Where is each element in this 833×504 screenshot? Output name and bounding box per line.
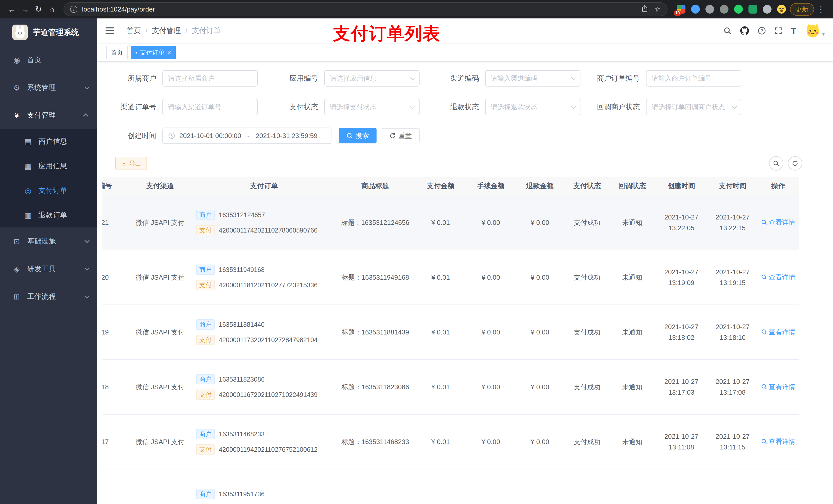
merchant-order-no: 1635311468233	[219, 431, 265, 438]
merchant-tag: 商户	[196, 319, 215, 330]
sidebar-item-app-info[interactable]: ▦ 应用信息	[0, 154, 97, 178]
col-id: 编号	[102, 177, 128, 195]
sidebar-item-refund-order[interactable]: ▥ 退款订单	[0, 203, 97, 227]
refund-cell	[515, 469, 565, 504]
chevron-down-icon	[85, 84, 90, 89]
pay-tag: 支付	[196, 225, 215, 235]
font-size-icon[interactable]: T	[791, 26, 796, 36]
sidebar-item-payment[interactable]: ¥ 支付管理	[0, 101, 97, 129]
user-menu[interactable]: ▾	[805, 23, 825, 39]
merchant-input[interactable]	[162, 70, 258, 87]
tool-icon: ◈	[12, 265, 21, 273]
url-text[interactable]: localhost:1024/pay/order	[82, 5, 155, 13]
extension-icon[interactable]	[691, 5, 700, 14]
sidebar-item-merchant-info[interactable]: ▤ 商户信息	[0, 129, 97, 154]
merchant-tag: 商户	[196, 210, 215, 220]
address-bar[interactable]: i localhost:1024/pay/order ☆	[64, 2, 668, 16]
chevron-down-icon	[571, 104, 576, 109]
view-detail-link[interactable]: 查看详情	[761, 437, 795, 446]
view-detail-link[interactable]: 查看详情	[761, 382, 795, 391]
action-cell: 查看详情	[757, 305, 799, 360]
pay-order-no: 4200001194202110276752100612	[219, 446, 318, 453]
export-button[interactable]: 导出	[115, 157, 147, 170]
pay-time-cell: 2021-10-2713:17:08	[708, 360, 757, 414]
browser-menu-icon[interactable]: ⋮	[814, 5, 828, 14]
breadcrumb-current: 支付订单	[192, 26, 221, 35]
help-icon[interactable]: ?	[758, 27, 766, 35]
extension-icon[interactable]: 10	[677, 5, 686, 14]
pay-time-cell: 2021-10-2713:18:10	[708, 305, 757, 360]
sidebar-item-workflow[interactable]: ⊞ 工作流程	[0, 283, 97, 310]
pay-tag: 支付	[196, 444, 215, 455]
bookmark-star-icon[interactable]: ☆	[654, 5, 661, 14]
pay-time-cell: 2021-10-2713:22:15	[708, 195, 757, 250]
view-detail-link[interactable]: 查看详情	[761, 273, 795, 282]
breadcrumb-home[interactable]: 首页	[126, 26, 141, 35]
github-icon[interactable]	[740, 26, 749, 35]
channel-code-select[interactable]: 请输入渠道编码	[485, 70, 580, 87]
date-separator: -	[245, 132, 252, 140]
browser-forward-icon[interactable]: →	[19, 3, 32, 16]
extension-icon[interactable]	[763, 5, 771, 14]
sidebar-item-home[interactable]: ◉ 首页	[0, 46, 97, 74]
refund-status-select[interactable]: 请选择退款状态	[485, 99, 580, 115]
extension-icon[interactable]	[720, 5, 729, 14]
pay-time-cell	[708, 469, 757, 504]
close-icon[interactable]: ×	[167, 49, 171, 56]
status-cell	[565, 469, 610, 504]
merchant-tag: 商户	[196, 489, 215, 499]
browser-reload-icon[interactable]: ↻	[32, 3, 45, 16]
tab-home[interactable]: 首页	[106, 46, 127, 59]
extension-icon[interactable]	[706, 5, 714, 14]
pay-order-no: 4200001174202110278060590766	[219, 226, 318, 234]
refresh-table-button[interactable]	[788, 156, 802, 171]
top-navbar: 首页 / 支付管理 / 支付订单 支付订单列表 ?	[97, 19, 833, 44]
view-detail-link[interactable]: 查看详情	[761, 328, 795, 337]
profile-avatar-icon[interactable]	[777, 5, 786, 14]
create-time-range-picker[interactable]: 2021-10-01 00:00:00 - 2021-10-31 23:59:5…	[162, 127, 331, 144]
browser-back-icon[interactable]: ←	[5, 3, 19, 16]
sidebar-item-label: 应用信息	[39, 161, 67, 171]
chevron-down-icon	[410, 104, 415, 109]
app-id-select[interactable]: 请选择应用信息	[324, 70, 420, 87]
chevron-down-icon	[571, 75, 576, 80]
site-info-icon[interactable]: i	[70, 6, 77, 13]
monitor-icon: ⊡	[12, 237, 21, 246]
reset-button[interactable]: 重置	[382, 128, 420, 143]
field-label: 渠道订单号	[106, 102, 162, 112]
sidebar-item-infra[interactable]: ⊡ 基础设施	[0, 227, 97, 255]
refresh-icon	[792, 160, 799, 167]
sidebar-item-dev-tools[interactable]: ◈ 研发工具	[0, 255, 97, 283]
merchant-order-no-input[interactable]	[646, 70, 741, 87]
tab-pay-order[interactable]: ● 支付订单 ×	[130, 46, 176, 59]
breadcrumb-payment[interactable]: 支付管理	[152, 26, 181, 35]
fullscreen-icon[interactable]	[775, 27, 782, 34]
title-cell: 标题：1635312124656	[336, 195, 415, 250]
merchant-tag: 商户	[196, 429, 215, 439]
header-search-icon[interactable]	[723, 27, 732, 35]
pay-order-cell: 商户 1635311823086 支付 42000011672021102710…	[192, 360, 336, 414]
search-button[interactable]: 搜索	[339, 128, 377, 143]
pay-status-select[interactable]: 请选择支付状态	[324, 99, 420, 115]
share-icon[interactable]	[641, 5, 648, 14]
app-logo[interactable]: 芋道管理系统	[0, 19, 97, 46]
toggle-search-button[interactable]	[769, 156, 783, 171]
notify-cell: 未通知	[610, 305, 655, 360]
sidebar-item-system[interactable]: ⚙ 系统管理	[0, 74, 97, 101]
merchant-order-no: 1635311881440	[219, 321, 265, 328]
notify-status-select[interactable]: 请选择订单回调商户状态	[646, 99, 741, 115]
logo-image	[12, 25, 28, 40]
view-detail-link[interactable]: 查看详情	[761, 218, 795, 227]
channel-order-no-input[interactable]	[162, 99, 258, 115]
browser-update-button[interactable]: 更新	[790, 3, 814, 16]
title-cell: 标题：1635311881439	[336, 305, 415, 360]
sidebar-toggle-icon[interactable]	[105, 27, 114, 34]
extension-icon[interactable]	[734, 5, 743, 14]
refund-cell: ¥ 0.00	[515, 360, 565, 414]
notify-cell: 未通知	[610, 414, 655, 469]
order-id-cell: 17	[102, 414, 128, 469]
sidebar-item-pay-order[interactable]: ◎ 支付订单	[0, 178, 97, 203]
channel-cell: 微信 JSAPI 支付	[128, 360, 192, 414]
extension-icon[interactable]	[748, 5, 757, 14]
browser-home-icon[interactable]: ⌂	[45, 3, 58, 16]
